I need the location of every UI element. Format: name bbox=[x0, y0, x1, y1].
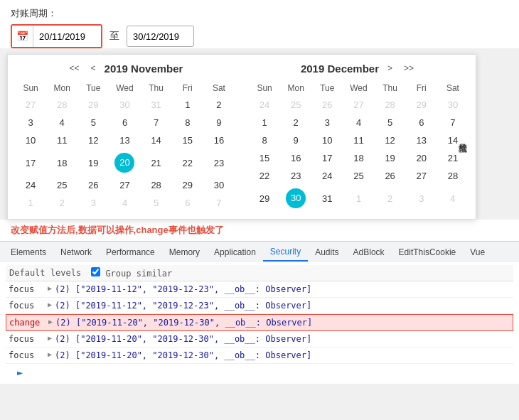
table-row[interactable]: 17 bbox=[311, 149, 343, 167]
table-row[interactable]: 16 bbox=[203, 131, 235, 149]
table-row[interactable]: 6 bbox=[406, 114, 437, 131]
expand-arrow-icon[interactable]: ▶ bbox=[48, 283, 52, 294]
table-row[interactable]: 4 bbox=[46, 114, 77, 131]
prev-prev-nav[interactable]: << bbox=[67, 62, 82, 75]
start-date-input[interactable] bbox=[33, 26, 101, 47]
table-row[interactable]: 31 bbox=[311, 185, 343, 212]
table-row[interactable]: 31 bbox=[141, 96, 172, 114]
table-row[interactable]: 3 bbox=[15, 114, 46, 131]
table-row[interactable]: 8 bbox=[172, 114, 203, 131]
table-row[interactable]: 24 bbox=[15, 176, 46, 194]
table-row[interactable]: 5 bbox=[375, 114, 406, 131]
table-row[interactable]: 1 bbox=[249, 114, 280, 131]
table-row[interactable]: 28 bbox=[437, 167, 469, 185]
table-row[interactable]: 10 bbox=[311, 131, 343, 149]
table-row[interactable]: 30 bbox=[437, 96, 469, 114]
table-row[interactable]: 17 bbox=[15, 149, 46, 176]
table-row[interactable]: 27 bbox=[15, 96, 46, 114]
table-row[interactable]: 11 bbox=[343, 131, 374, 149]
expand-arrow-icon[interactable]: ▶ bbox=[48, 349, 52, 360]
expand-arrow-icon[interactable]: ▶ bbox=[48, 316, 53, 327]
table-row[interactable]: 3 bbox=[406, 185, 437, 212]
table-row[interactable]: 30 bbox=[280, 185, 311, 212]
devtools-tab-performance[interactable]: Performance bbox=[99, 244, 162, 261]
table-row[interactable]: 10 bbox=[15, 131, 46, 149]
table-row[interactable]: 24 bbox=[249, 96, 280, 114]
table-row[interactable]: 12 bbox=[77, 131, 109, 149]
next-nav[interactable]: > bbox=[385, 62, 395, 75]
table-row[interactable]: 13 bbox=[109, 131, 140, 149]
table-row[interactable]: 23 bbox=[203, 149, 235, 176]
table-row[interactable]: 6 bbox=[172, 194, 203, 212]
expand-arrow-icon[interactable]: ▶ bbox=[48, 299, 52, 310]
expand-arrow-icon[interactable]: ▶ bbox=[48, 333, 52, 343]
table-row[interactable]: 5 bbox=[77, 114, 109, 131]
table-row[interactable]: 1 bbox=[172, 96, 203, 114]
table-row[interactable]: 26 bbox=[77, 176, 109, 194]
table-row[interactable]: 21 bbox=[141, 149, 172, 176]
table-row[interactable]: 21 bbox=[437, 149, 469, 167]
table-row[interactable]: 19 bbox=[77, 149, 109, 176]
table-row[interactable]: 9 bbox=[203, 114, 235, 131]
table-row[interactable]: 27 bbox=[406, 167, 437, 185]
devtools-tab-audits[interactable]: Audits bbox=[308, 244, 346, 261]
devtools-tab-vue[interactable]: Vue bbox=[463, 244, 492, 261]
table-row[interactable]: 15 bbox=[172, 131, 203, 149]
table-row[interactable]: 11 bbox=[46, 131, 77, 149]
table-row[interactable]: 28 bbox=[46, 96, 77, 114]
table-row[interactable]: 4 bbox=[437, 185, 469, 212]
table-row[interactable]: 23 bbox=[280, 167, 311, 185]
table-row[interactable]: 19 bbox=[375, 149, 406, 167]
table-row[interactable]: 4 bbox=[109, 194, 140, 212]
table-row[interactable]: 7 bbox=[141, 114, 172, 131]
table-row[interactable]: 4 bbox=[343, 114, 374, 131]
table-row[interactable]: 7 bbox=[203, 194, 235, 212]
table-row[interactable]: 7 bbox=[437, 114, 469, 131]
devtools-tab-application[interactable]: Application bbox=[207, 244, 263, 261]
table-row[interactable]: 3 bbox=[77, 194, 109, 212]
table-row[interactable]: 13 bbox=[406, 131, 437, 149]
end-date-input[interactable] bbox=[127, 26, 194, 47]
table-row[interactable]: 18 bbox=[343, 149, 374, 167]
devtools-tab-network[interactable]: Network bbox=[53, 244, 99, 261]
table-row[interactable]: 29 bbox=[77, 96, 109, 114]
prev-nav[interactable]: < bbox=[88, 62, 99, 75]
table-row[interactable]: 28 bbox=[375, 96, 406, 114]
table-row[interactable]: 20 bbox=[109, 149, 140, 176]
table-row[interactable]: 6 bbox=[109, 114, 140, 131]
table-row[interactable]: 1 bbox=[343, 185, 374, 212]
table-row[interactable]: 27 bbox=[109, 176, 140, 194]
devtools-tab-memory[interactable]: Memory bbox=[162, 244, 207, 261]
devtools-tab-elements[interactable]: Elements bbox=[4, 244, 53, 261]
table-row[interactable]: 2 bbox=[203, 96, 235, 114]
table-row[interactable]: 29 bbox=[249, 185, 280, 212]
devtools-tab-editthiscookie[interactable]: EditThisCookie bbox=[392, 244, 464, 261]
table-row[interactable]: 12 bbox=[375, 131, 406, 149]
table-row[interactable]: 22 bbox=[249, 167, 280, 185]
table-row[interactable]: 25 bbox=[343, 167, 374, 185]
table-row[interactable]: 26 bbox=[311, 96, 343, 114]
table-row[interactable]: 3 bbox=[311, 114, 343, 131]
table-row[interactable]: 26 bbox=[375, 167, 406, 185]
table-row[interactable]: 15 bbox=[249, 149, 280, 167]
table-row[interactable]: 18 bbox=[46, 149, 77, 176]
table-row[interactable]: 30 bbox=[203, 176, 235, 194]
next-next-nav[interactable]: >> bbox=[401, 62, 417, 75]
table-row[interactable]: 27 bbox=[343, 96, 374, 114]
table-row[interactable]: 29 bbox=[406, 96, 437, 114]
table-row[interactable]: 8 bbox=[249, 131, 280, 149]
table-row[interactable]: 25 bbox=[280, 96, 311, 114]
table-row[interactable]: 1 bbox=[15, 194, 46, 212]
table-row[interactable]: 28 bbox=[141, 176, 172, 194]
table-row[interactable]: 5 bbox=[141, 194, 172, 212]
table-row[interactable]: 2 bbox=[46, 194, 77, 212]
devtools-tab-security[interactable]: Security bbox=[263, 243, 308, 262]
table-row[interactable]: 20 bbox=[406, 149, 437, 167]
table-row[interactable]: 29 bbox=[172, 176, 203, 194]
table-row[interactable]: 14 bbox=[437, 131, 469, 149]
table-row[interactable]: 22 bbox=[172, 149, 203, 176]
table-row[interactable]: 2 bbox=[280, 114, 311, 131]
table-row[interactable]: 14 bbox=[141, 131, 172, 149]
table-row[interactable]: 9 bbox=[280, 131, 311, 149]
calendar-icon[interactable]: 📅 bbox=[12, 26, 33, 47]
